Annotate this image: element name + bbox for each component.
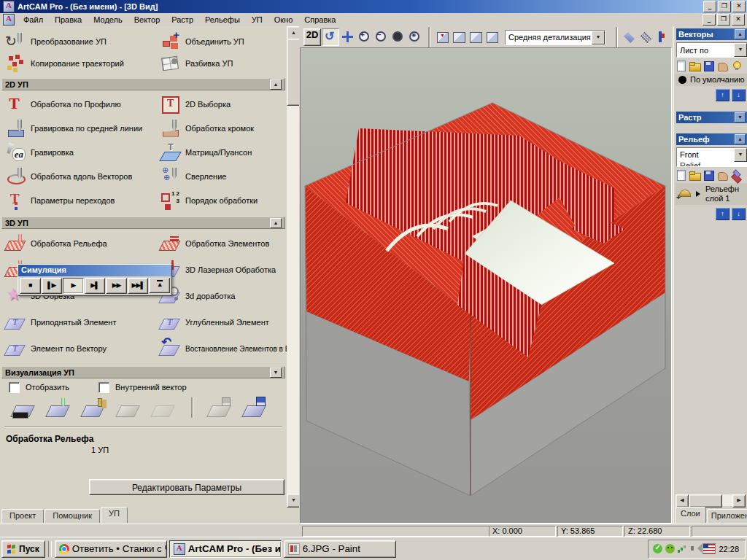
messenger-tray-icon[interactable] [665,544,675,553]
minimize-icon[interactable]: _ [703,1,716,12]
material-edge-icon[interactable] [656,29,672,45]
scroll-right-icon[interactable]: ▶ [732,494,746,508]
sim-fast-icon[interactable]: ▶▶ [106,278,127,294]
menu-model[interactable]: Модель [88,14,128,26]
toolbox-item-transform-toolpath[interactable]: Преобразование УП [0,31,155,52]
menu-window[interactable]: Окно [268,14,299,26]
child-minimize-icon[interactable]: _ [703,14,716,26]
menu-file[interactable]: Файл [18,14,49,26]
collapse-up-icon[interactable]: ▲ [735,29,746,39]
menu-vector[interactable]: Вектор [128,14,166,26]
toolbox-item-engraving[interactable]: Гравировка [0,140,155,164]
simulation-popup-title[interactable]: Симуляция [18,265,171,276]
antivirus-tray-icon[interactable] [653,544,662,553]
relief-section-header[interactable]: Рельеф ▲ [676,133,747,145]
restore-icon[interactable]: ❐ [718,1,731,12]
transform-relief-icon[interactable] [716,169,729,181]
chevron-down-icon[interactable]: ▼ [734,148,747,162]
isometric-view-icon[interactable] [437,32,449,43]
toolbox-item-centerline-engrave[interactable]: Гравировка по средней линии [0,116,155,140]
scrollbar-thumb[interactable] [287,39,299,106]
shaded-view-icon[interactable] [622,29,638,45]
edit-parameters-button[interactable]: Редактировать Параметры [89,479,285,495]
sim-stop-icon[interactable]: ■ [20,278,41,294]
move-relief-down-icon[interactable]: ↓ [732,208,746,220]
vectors-section-header[interactable]: Векторы ▲ [676,28,747,40]
zoom-in-icon[interactable] [357,29,373,45]
collapse-down-icon[interactable]: ▼ [735,112,746,122]
relief-layers-icon[interactable] [730,169,743,181]
toolbox-item-male-female[interactable]: Матрица/Пуансон [155,140,287,164]
start-button[interactable]: Пуск [1,540,45,558]
detail-level-dropdown[interactable]: Средняя детализация ▼ [505,30,605,45]
new-layer-icon[interactable] [675,60,687,71]
3d-model-view[interactable] [300,47,672,524]
toolbox-item-merge-toolpaths[interactable]: Объединить УП [155,31,287,52]
toolbox-item-profile-machining[interactable]: Обработка по Профилю [0,92,155,116]
scroll-down-icon[interactable]: ▼ [287,494,299,508]
collapse-up-icon[interactable]: ▲ [270,79,282,90]
toolbox-item-feature-machining[interactable]: Обработка Элементов [155,230,287,257]
collapse-up-icon[interactable]: ▲ [270,218,282,228]
toolbox-item-drilling[interactable]: Сверление [155,164,287,188]
relief-layer-dropdown[interactable]: Front ▼ Relief [676,147,747,167]
toolbox-item-machining-order[interactable]: Порядок обработки [155,188,287,212]
chevron-down-icon[interactable]: ▼ [734,43,747,57]
zoom-object-icon[interactable] [390,29,406,45]
language-flag-icon[interactable] [703,543,716,554]
vector-layer-dropdown[interactable]: Лист по ▼ [676,42,747,58]
layer-color-swatch[interactable] [678,76,686,84]
network-signal-icon[interactable] [678,544,687,553]
toolbox-item-split-toolpath[interactable]: Разбивка УП [155,52,287,74]
simulate-toolpath-icon[interactable] [12,397,36,419]
collapse-down-icon[interactable]: ▼ [270,368,282,378]
collapse-up-icon[interactable]: ▲ [735,134,746,144]
toggle-visibility-icon[interactable] [730,60,743,71]
sim-step-icon[interactable]: ▌▶ [42,278,63,294]
view-along-y-icon[interactable] [470,32,482,43]
save-relief-icon[interactable] [703,169,715,181]
child-close-icon[interactable]: ✕ [732,14,745,26]
toolbox-item-machine-along-vectors[interactable]: Обработка вдоль Векторов [0,164,155,188]
rotate-view-icon[interactable] [322,28,339,46]
toolbox-item-lead-moves[interactable]: Параметры переходов [0,188,155,212]
tab-applications[interactable]: Приложен. [707,509,747,523]
taskbar-item-browser[interactable]: Ответить • Станки с Ч... [55,540,167,558]
close-icon[interactable]: ✕ [732,1,746,12]
wireframe-view-icon[interactable] [639,29,655,45]
toolbox-item-machine-relief[interactable]: Обработка Рельефа [0,230,155,257]
zoom-out-icon[interactable] [374,29,390,45]
sim-next-icon[interactable]: ▶▌ [85,278,106,294]
pan-view-icon[interactable] [340,29,356,45]
taskbar-item-paint[interactable]: 6.JPG - Paint [284,540,396,558]
simulate-all-icon[interactable] [47,397,71,419]
move-relief-up-icon[interactable]: ↑ [716,208,729,220]
menu-help[interactable]: Справка [298,14,341,26]
toolbox-item-feature-by-vector[interactable]: Элемент по Вектору [0,335,155,362]
child-restore-icon[interactable]: ❐ [717,14,730,26]
save-relief-icon[interactable] [243,397,268,419]
sim-to-end-icon[interactable]: ▶▶▌ [128,278,149,294]
vector-layer-item[interactable]: По умолчанию [676,74,747,86]
toggle-2d-button[interactable]: 2D [303,28,321,46]
toolbox-item-3d-laser-machining[interactable]: 3D Лазерная Обработка [155,257,287,283]
tab-toolpaths[interactable]: УП [101,507,128,523]
tab-assistant[interactable]: Помощник [44,509,100,523]
menu-toolpaths[interactable]: УП [246,14,268,26]
relief-layer-item[interactable]: Рельефн слой 1 [676,183,747,205]
move-layer-up-icon[interactable]: ↑ [716,89,729,101]
new-relief-icon[interactable] [675,169,687,181]
expand-arrow-icon[interactable] [696,191,703,197]
left-panel-scrollbar[interactable]: ▲ ▼ [287,26,299,506]
menu-raster[interactable]: Растр [166,14,199,26]
toolbox-item-restore-features[interactable]: Востановление Элементов в Вектора [155,335,287,362]
scrollbar-thumb[interactable] [689,494,722,508]
tab-project[interactable]: Проект [1,509,44,523]
toolbox-item-3d-rest-machining[interactable]: 3d доработка [155,283,287,309]
inner-vector-checkbox[interactable] [98,382,109,393]
simulation-control-icon[interactable] [82,397,107,419]
taskbar-item-artcam[interactable]: ArtCAM Pro - (Без им... [169,540,282,558]
scroll-left-icon[interactable]: ◀ [676,494,689,508]
save-layer-icon[interactable] [703,60,715,71]
raster-section-header[interactable]: Растр ▼ [676,112,747,123]
